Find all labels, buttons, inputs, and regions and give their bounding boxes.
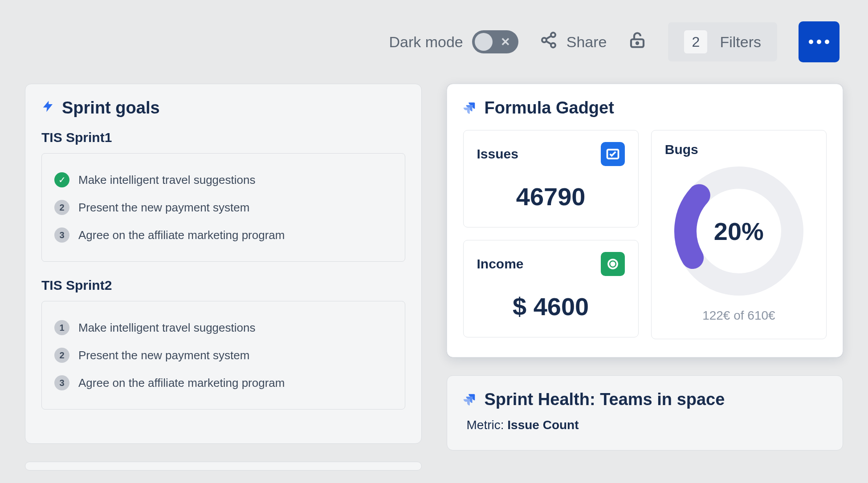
partial-card bbox=[25, 462, 422, 471]
target-icon bbox=[601, 252, 625, 276]
dark-mode-label: Dark mode bbox=[389, 33, 463, 51]
svg-point-6 bbox=[636, 42, 638, 44]
sprint-health-title-text: Sprint Health: Teams in space bbox=[485, 390, 725, 409]
toggle-off-icon: ✕ bbox=[501, 35, 510, 49]
income-tile[interactable]: Income $ 4600 bbox=[463, 240, 639, 337]
filters-button[interactable]: 2 Filters bbox=[668, 22, 777, 61]
svg-point-9 bbox=[611, 262, 615, 266]
issues-value: 46790 bbox=[477, 182, 625, 211]
sprint-name: TIS Sprint1 bbox=[41, 130, 405, 145]
metric-label: Metric: bbox=[467, 418, 504, 432]
filters-label: Filters bbox=[720, 33, 761, 51]
sprint-health-metric: Metric: Issue Count bbox=[463, 418, 827, 432]
jira-icon bbox=[463, 393, 477, 407]
toolbar: Dark mode ✕ Share 2 Filters bbox=[0, 0, 868, 62]
goal-number-badge: 1 bbox=[54, 320, 69, 335]
share-button[interactable]: Share bbox=[540, 31, 607, 53]
bugs-label: Bugs bbox=[665, 142, 698, 157]
goal-item[interactable]: 3 Agree on the affiliate marketing progr… bbox=[54, 221, 392, 249]
svg-point-2 bbox=[551, 43, 555, 48]
goal-text: Agree on the affiliate marketing program bbox=[78, 228, 285, 242]
unlock-icon bbox=[628, 31, 647, 53]
checkbox-icon bbox=[601, 142, 625, 166]
issues-label: Issues bbox=[477, 146, 518, 162]
goal-text: Agree on the affiliate marketing program bbox=[78, 376, 285, 390]
sprint-goals-title-text: Sprint goals bbox=[62, 98, 160, 118]
sprint-goals-title: Sprint goals bbox=[41, 98, 405, 118]
svg-line-4 bbox=[546, 41, 551, 45]
dark-mode-toggle[interactable]: ✕ bbox=[472, 30, 518, 53]
sprint2-goal-list: 1 Make intelligent travel suggestions 2 … bbox=[41, 301, 405, 410]
goal-text: Make intelligent travel suggestions bbox=[78, 321, 255, 335]
bugs-percent: 20% bbox=[672, 164, 806, 298]
check-icon: ✓ bbox=[54, 172, 69, 187]
sprint-name: TIS Sprint2 bbox=[41, 278, 405, 293]
jira-icon bbox=[463, 101, 477, 115]
sprint-health-card: Sprint Health: Teams in space Metric: Is… bbox=[447, 375, 844, 451]
goal-number-badge: 2 bbox=[54, 348, 69, 363]
formula-gadget-card: Formula Gadget Issues 46790 bbox=[447, 84, 844, 357]
more-actions-button[interactable] bbox=[799, 21, 839, 62]
lock-button[interactable] bbox=[628, 31, 647, 53]
income-value: $ 4600 bbox=[477, 292, 625, 321]
goal-number-badge: 3 bbox=[54, 227, 69, 243]
share-icon bbox=[540, 31, 558, 53]
svg-line-3 bbox=[546, 36, 551, 39]
goal-text: Present the new payment system bbox=[78, 349, 249, 362]
dark-mode-control: Dark mode ✕ bbox=[389, 30, 518, 53]
sprint-health-title: Sprint Health: Teams in space bbox=[463, 390, 827, 409]
bugs-tile[interactable]: Bugs 20% 122€ of 610€ bbox=[651, 130, 827, 339]
formula-title: Formula Gadget bbox=[463, 98, 827, 118]
ellipsis-icon bbox=[817, 40, 821, 44]
sprint-goals-card: Sprint goals TIS Sprint1 ✓ Make intellig… bbox=[25, 84, 422, 444]
ellipsis-icon bbox=[825, 40, 829, 44]
metric-value: Issue Count bbox=[507, 418, 579, 432]
goal-text: Present the new payment system bbox=[78, 201, 249, 215]
sprint1-goal-list: ✓ Make intelligent travel suggestions 2 … bbox=[41, 153, 405, 262]
goal-item[interactable]: 2 Present the new payment system bbox=[54, 194, 392, 221]
goal-item[interactable]: 3 Agree on the affiliate marketing progr… bbox=[54, 369, 392, 397]
bugs-donut-chart: 20% bbox=[672, 164, 806, 298]
issues-tile[interactable]: Issues 46790 bbox=[463, 130, 639, 227]
formula-title-text: Formula Gadget bbox=[485, 98, 614, 118]
goal-text: Make intelligent travel suggestions bbox=[78, 173, 255, 187]
goal-number-badge: 2 bbox=[54, 200, 69, 215]
goal-item[interactable]: 1 Make intelligent travel suggestions bbox=[54, 314, 392, 341]
filters-count-badge: 2 bbox=[684, 30, 707, 53]
income-label: Income bbox=[477, 256, 524, 272]
svg-point-0 bbox=[551, 32, 555, 37]
goal-item[interactable]: ✓ Make intelligent travel suggestions bbox=[54, 166, 392, 194]
svg-point-1 bbox=[542, 38, 546, 42]
toggle-knob-icon bbox=[475, 33, 493, 51]
goal-number-badge: 3 bbox=[54, 375, 69, 390]
lightning-icon bbox=[41, 99, 55, 117]
share-label: Share bbox=[566, 33, 607, 51]
ellipsis-icon bbox=[809, 40, 813, 44]
goal-item[interactable]: 2 Present the new payment system bbox=[54, 341, 392, 369]
